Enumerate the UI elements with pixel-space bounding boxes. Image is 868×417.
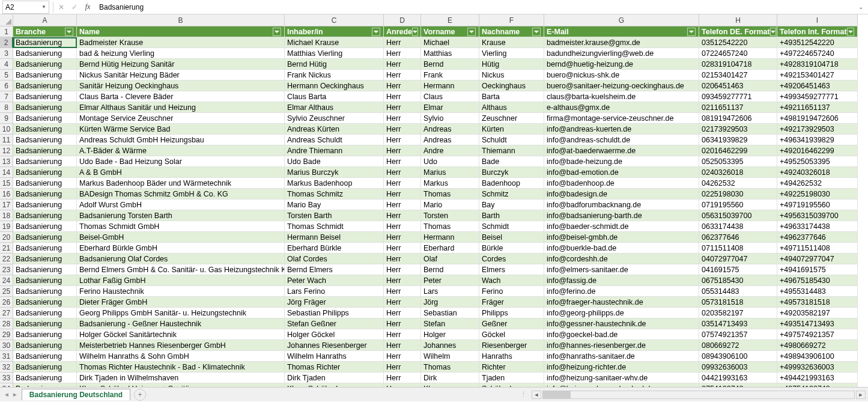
table-cell[interactable]: Hermann Oeckinghaus bbox=[285, 81, 384, 91]
table-cell[interactable]: Herr bbox=[384, 91, 421, 102]
table-cell[interactable]: Richter bbox=[479, 362, 544, 373]
table-cell[interactable]: Sebastian Philipps bbox=[285, 308, 384, 318]
name-box[interactable]: A2 ▼ bbox=[2, 1, 49, 14]
table-cell[interactable]: Badsanierung bbox=[13, 189, 77, 199]
table-cell[interactable]: Badsanierung bbox=[13, 232, 77, 243]
table-cell[interactable]: +4928319104718 bbox=[777, 59, 858, 70]
table-cell[interactable]: +4981919472606 bbox=[777, 113, 858, 124]
table-cell[interactable]: Herr bbox=[384, 297, 421, 308]
table-cell[interactable]: Badsanierung bbox=[13, 373, 77, 383]
table-cell[interactable]: Bay bbox=[479, 199, 544, 210]
table-cell[interactable]: Herr bbox=[384, 351, 421, 362]
table-cell[interactable]: 041691575 bbox=[699, 264, 777, 275]
table-cell[interactable]: Badsanierung bbox=[13, 351, 77, 362]
scroll-left-button[interactable]: ◄ bbox=[532, 391, 541, 399]
table-cell[interactable]: info@badesign.de bbox=[544, 189, 699, 199]
table-cell[interactable]: Lars Ferino bbox=[285, 286, 384, 297]
table-cell[interactable]: Johannes Riesenberger bbox=[285, 340, 384, 351]
table-cell[interactable]: Badsanierung bbox=[13, 221, 77, 232]
table-cell[interactable]: Elmar Althaus bbox=[285, 102, 384, 113]
select-all-corner[interactable] bbox=[0, 14, 13, 26]
row-header[interactable]: 2 bbox=[0, 37, 13, 48]
table-cell[interactable]: Herr bbox=[384, 102, 421, 113]
filter-dropdown-icon[interactable] bbox=[687, 28, 696, 36]
table-cell[interactable]: Badsanierung bbox=[13, 199, 77, 210]
row-header[interactable]: 7 bbox=[0, 91, 13, 102]
row-header[interactable]: 33 bbox=[0, 373, 13, 383]
table-cell[interactable]: Herr bbox=[384, 373, 421, 383]
table-cell[interactable]: Badsanierung bbox=[13, 362, 77, 373]
row-header[interactable]: 30 bbox=[0, 340, 13, 351]
row-header[interactable]: 1 bbox=[0, 26, 13, 37]
table-cell[interactable]: Beisel bbox=[479, 232, 544, 243]
table-cell[interactable]: Herr bbox=[384, 199, 421, 210]
filter-dropdown-icon[interactable] bbox=[770, 28, 776, 36]
table-cell[interactable]: info@hanraths-sanitaer.de bbox=[544, 351, 699, 362]
table-cell[interactable]: Eberhard Bürkle GmbH bbox=[77, 243, 285, 254]
table-cell[interactable]: Peter bbox=[421, 275, 479, 286]
column-header[interactable]: C bbox=[285, 14, 384, 26]
table-cell[interactable]: Vierling bbox=[479, 48, 544, 59]
table-cell[interactable]: +49225198030 bbox=[777, 189, 858, 199]
row-header[interactable]: 24 bbox=[0, 275, 13, 286]
table-cell[interactable]: buero@sanitaer-heizung-oeckinghaus.de bbox=[544, 81, 699, 91]
table-header-cell[interactable]: Branche bbox=[13, 26, 77, 37]
table-cell[interactable]: Zeuschner bbox=[479, 113, 544, 124]
table-cell[interactable]: Oeckinghaus bbox=[479, 81, 544, 91]
table-cell[interactable]: 056315039700 bbox=[699, 210, 777, 221]
table-cell[interactable]: Tjaden bbox=[479, 373, 544, 383]
table-cell[interactable]: Olaf Cordes bbox=[285, 254, 384, 264]
table-cell[interactable]: Adolf Wurst GmbH bbox=[77, 199, 285, 210]
table-cell[interactable]: Badsanierung bbox=[13, 81, 77, 91]
row-header[interactable]: 5 bbox=[0, 70, 13, 81]
filter-dropdown-icon[interactable] bbox=[467, 28, 476, 36]
table-cell[interactable]: Udo Bade - Bad Heizung Solar bbox=[77, 156, 285, 167]
table-cell[interactable]: Eberhard bbox=[421, 243, 479, 254]
table-cell[interactable]: +49633174438 bbox=[777, 221, 858, 232]
table-cell[interactable]: Elmar bbox=[421, 102, 479, 113]
expand-formula-bar-icon[interactable]: ⌄ bbox=[856, 2, 866, 12]
spreadsheet-grid[interactable]: ABCDEFGHI1BrancheNameInhaber/inAnredeVor… bbox=[0, 14, 868, 394]
table-cell[interactable]: bernd@huetig-heizung.de bbox=[544, 59, 699, 70]
table-cell[interactable]: Meisterbetrieb Hannes Riesenberger GmbH bbox=[77, 340, 285, 351]
table-cell[interactable]: Markus Badenhoop Bäder und Wärmetechnik bbox=[77, 178, 285, 189]
table-cell[interactable]: Wilhelm Hanraths bbox=[285, 351, 384, 362]
table-cell[interactable]: Claus Barta bbox=[285, 91, 384, 102]
table-cell[interactable]: Thomas Schmidt bbox=[285, 221, 384, 232]
table-cell[interactable]: Hermann Beisel bbox=[285, 232, 384, 243]
table-cell[interactable]: Elmers bbox=[479, 264, 544, 275]
row-header[interactable]: 15 bbox=[0, 178, 13, 189]
table-cell[interactable]: Wilhelm Hanraths & Sohn GmbH bbox=[77, 351, 285, 362]
table-cell[interactable]: +4941691575 bbox=[777, 264, 858, 275]
table-header-cell[interactable]: Name bbox=[77, 26, 285, 37]
table-header-cell[interactable]: Inhaber/in bbox=[285, 26, 384, 37]
table-cell[interactable]: 07574921357 bbox=[699, 329, 777, 340]
table-cell[interactable]: Badsanierung bbox=[13, 167, 77, 178]
table-cell[interactable]: Herr bbox=[384, 189, 421, 199]
table-cell[interactable]: 0633174438 bbox=[699, 221, 777, 232]
column-header[interactable]: A bbox=[13, 14, 77, 26]
table-cell[interactable]: Badsanierung bbox=[13, 70, 77, 81]
table-cell[interactable]: info@bad-emotion.de bbox=[544, 167, 699, 178]
table-cell[interactable]: Herr bbox=[384, 318, 421, 329]
table-cell[interactable]: Badmeister Krause bbox=[77, 37, 285, 48]
table-cell[interactable]: 09932636003 bbox=[699, 362, 777, 373]
table-cell[interactable]: 0211651137 bbox=[699, 102, 777, 113]
table-cell[interactable]: info@at-baederwaerme.de bbox=[544, 145, 699, 156]
row-header[interactable]: 22 bbox=[0, 254, 13, 264]
table-cell[interactable]: Markus Badenhoop bbox=[285, 178, 384, 189]
table-cell[interactable]: +498943906100 bbox=[777, 351, 858, 362]
table-cell[interactable]: Herr bbox=[384, 70, 421, 81]
add-sheet-button[interactable]: ＋ bbox=[134, 389, 146, 401]
table-cell[interactable]: Herr bbox=[384, 37, 421, 48]
table-cell[interactable]: Badsanierung - Geßner Haustechnik bbox=[77, 318, 285, 329]
table-cell[interactable]: info@fassig.de bbox=[544, 275, 699, 286]
accept-icon[interactable]: ✓ bbox=[68, 1, 81, 13]
table-cell[interactable]: bad & heizung Vierling bbox=[77, 48, 285, 59]
table-cell[interactable]: Matthias Vierling bbox=[285, 48, 384, 59]
table-cell[interactable]: Dirk Tjaden in Wilhelmshaven bbox=[77, 373, 285, 383]
table-cell[interactable]: +4956315039700 bbox=[777, 210, 858, 221]
table-cell[interactable]: Badsanierung bbox=[13, 135, 77, 145]
table-cell[interactable]: Badsanierung Olaf Cordes bbox=[77, 254, 285, 264]
table-cell[interactable]: Georg Philipps GmbH Sanitär- u. Heizungs… bbox=[77, 308, 285, 318]
